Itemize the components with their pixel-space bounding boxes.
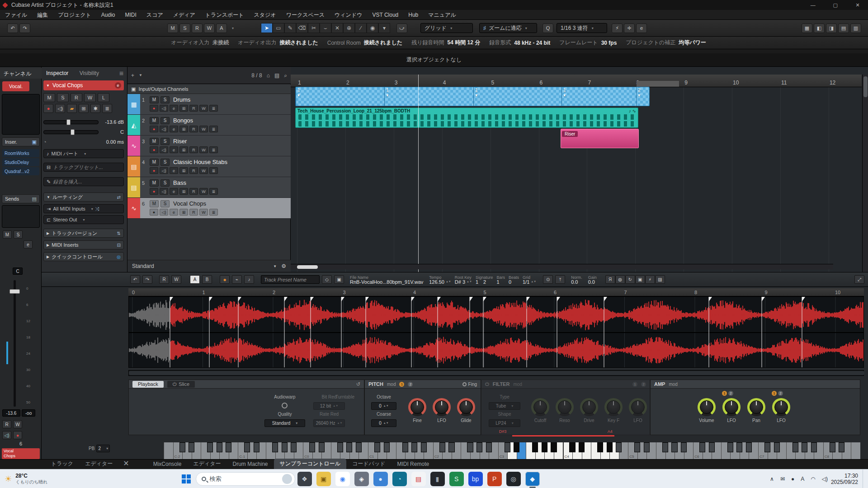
target-icon[interactable]: ⊙ (543, 275, 553, 284)
piano-black-key[interactable] (448, 442, 454, 452)
section-quick-controls[interactable]: ▶クイックコントロール◎ (43, 252, 124, 261)
tab-------[interactable]: コードパッド (346, 459, 391, 469)
piano-white-key[interactable] (851, 442, 860, 459)
piano-black-key[interactable] (579, 442, 585, 452)
lane-icon[interactable]: ⊞ (179, 146, 188, 153)
lane-icon[interactable]: ⊞ (179, 209, 188, 216)
piano-keyboard[interactable]: C-2C-1C0C1C2C3C4C5C6C7C8 (164, 442, 860, 459)
waveform-display[interactable] (128, 296, 864, 368)
search-icon[interactable]: ⌕ (284, 72, 287, 79)
more-icon[interactable]: ≣ (102, 104, 112, 113)
filter-knob-lfo[interactable] (629, 398, 647, 416)
audiowarp-toggle[interactable] (282, 403, 288, 408)
monitor-icon[interactable]: ◁) (2, 431, 11, 439)
inspector-l-button[interactable]: L (98, 93, 109, 102)
menu-item-8[interactable]: スタジオ (249, 10, 281, 20)
record-enable-icon[interactable]: ● (150, 146, 158, 153)
filter-type-dropdown[interactable]: Tube▾ (489, 402, 520, 410)
slice-handle[interactable] (762, 297, 765, 301)
mod-slot-2[interactable]: 2 (641, 382, 646, 387)
piano-black-key[interactable] (764, 442, 770, 452)
tab-channel[interactable]: チャンネル (0, 68, 42, 79)
fader-track[interactable] (14, 280, 16, 407)
riser-event[interactable]: Riser (561, 129, 639, 148)
tab-midi-remote[interactable]: MIDI Remote (391, 460, 435, 469)
amp-knob-pan[interactable] (747, 398, 765, 416)
read-button[interactable]: R (189, 209, 198, 216)
midi-part-dropdown[interactable]: ♪MIDI パート▾ (43, 149, 124, 158)
app-blue-icon[interactable]: bp (468, 472, 483, 486)
play-tool[interactable]: ◉ (367, 23, 378, 33)
color-tool[interactable]: ▾ (378, 23, 390, 33)
read-button[interactable]: R (189, 188, 198, 195)
camera-app-icon[interactable]: ● (373, 472, 388, 486)
piano-black-key[interactable] (569, 442, 575, 452)
event-segment[interactable]: 1 ▾ (384, 87, 385, 106)
more-icon[interactable]: ≣ (209, 188, 218, 195)
solo-button[interactable]: S (160, 159, 170, 166)
slice-handle[interactable] (284, 297, 288, 301)
slice-handle[interactable] (557, 297, 560, 301)
tray-chevron-icon[interactable]: ∧ (770, 476, 774, 482)
piano-black-key[interactable] (402, 442, 408, 452)
edit-channel-icon[interactable]: e (170, 209, 178, 216)
maximize-button[interactable]: ▢ (825, 0, 846, 10)
close-button[interactable]: ✕ (847, 0, 868, 10)
menu-item-3[interactable]: Audio (96, 10, 120, 19)
quality-dropdown[interactable]: Standard▾ (264, 419, 305, 427)
preset-name[interactable]: Standard (132, 263, 154, 269)
range-select-tool[interactable]: ▭ (273, 23, 284, 33)
track-preset-dropdown[interactable]: ⊟トラックプリセット... (43, 163, 124, 172)
fader-handle[interactable] (9, 289, 20, 294)
menu-item-5[interactable]: スコア (142, 10, 168, 20)
piano-black-key[interactable] (746, 442, 752, 452)
piano-black-key[interactable] (830, 442, 835, 452)
ab-compare-b-button[interactable]: B (202, 275, 212, 284)
erase-tool[interactable]: ⌫ (296, 23, 308, 33)
quantize-icon[interactable]: Q (542, 23, 553, 33)
piano-black-key[interactable] (774, 442, 780, 452)
insert-slot-0[interactable]: RoomWorks (2, 149, 39, 157)
more-icon[interactable]: ≣ (209, 126, 218, 132)
piano-black-key[interactable] (411, 442, 417, 452)
section-midi-inserts[interactable]: ▶MIDI Inserts⊟ (43, 240, 124, 249)
show-desktop-button[interactable] (863, 469, 864, 488)
editor-right-icon-1[interactable]: ◍ (615, 275, 625, 284)
folder-icon[interactable]: ▣ (334, 275, 344, 284)
input-routing-dropdown[interactable]: ⇥All MIDI Inputs▾⤨ (43, 204, 124, 213)
lane-icon[interactable]: ⊞ (79, 104, 89, 113)
octave-spinner[interactable]: 0▲▼ (371, 402, 396, 410)
bitred-spinner[interactable]: 12 bit▲▼ (313, 402, 345, 410)
read-button[interactable]: R (2, 420, 11, 428)
record-enable-icon[interactable]: ● (150, 167, 158, 174)
record-enable-icon[interactable]: ● (150, 188, 158, 195)
redo-icon[interactable]: ↷ (19, 23, 30, 33)
menu-item-11[interactable]: VST Cloud (367, 10, 403, 19)
diamond-icon[interactable]: ◇ (322, 275, 332, 284)
undo-icon[interactable]: ↶ (7, 23, 18, 33)
lane-icon[interactable]: ⊞ (179, 167, 188, 174)
mute-button[interactable]: M (150, 200, 159, 207)
solo-button[interactable]: S (14, 230, 23, 239)
amp-mod-tab[interactable]: mod (669, 382, 677, 387)
piano-black-key[interactable] (356, 442, 362, 452)
weather-widget[interactable]: ☀ 28°C くもりのち晴れ (5, 473, 48, 485)
ab-compare-a-button[interactable]: A (190, 275, 200, 284)
percussion-event[interactable]: Tech_House_Percussion_Loop_21_125bpm_BOD… (295, 108, 638, 128)
cubase-icon[interactable]: ◆ (525, 472, 540, 486)
list-icon[interactable]: ▤ (274, 72, 279, 79)
read-button[interactable]: R (159, 275, 169, 284)
edit-channel-icon[interactable]: e (170, 146, 178, 153)
edit-channel-icon[interactable]: e (170, 167, 178, 174)
toolbar-letter-W[interactable]: W (204, 23, 215, 33)
pitch-mod-tab[interactable]: mod (387, 382, 396, 387)
fingered-radio[interactable]: Fing (462, 382, 477, 387)
piano-black-key[interactable] (681, 442, 687, 452)
inspector-menu-icon[interactable]: ≡ (116, 67, 127, 80)
write-button[interactable]: W (199, 188, 208, 195)
more-icon[interactable]: ≣ (209, 146, 218, 153)
piano-white-key[interactable] (164, 442, 173, 459)
slice-handle[interactable] (311, 297, 314, 301)
pan-value[interactable]: C (100, 129, 124, 135)
write-button[interactable]: W (13, 420, 22, 428)
